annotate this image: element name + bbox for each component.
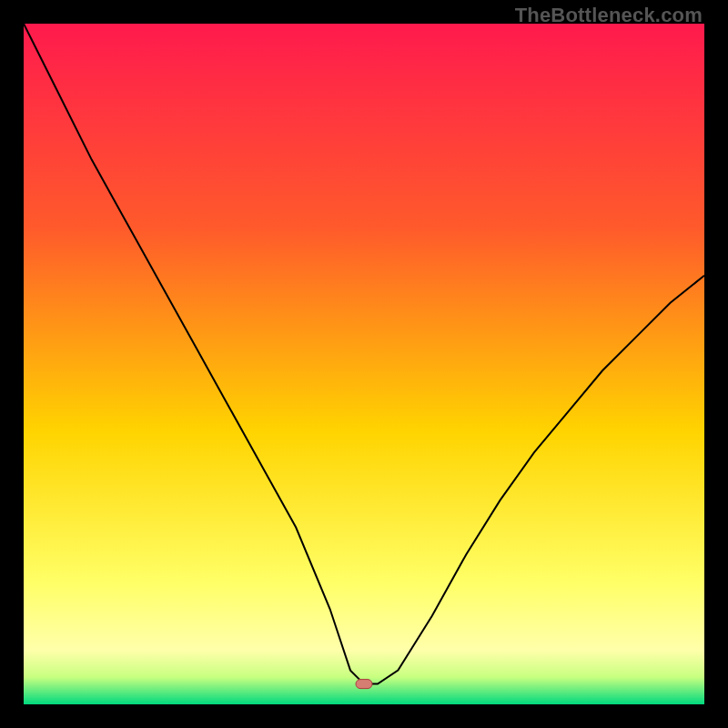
gradient-background: [24, 24, 704, 704]
plot-area: [24, 24, 704, 704]
chart-frame: TheBottleneck.com: [0, 0, 728, 728]
bottleneck-chart: [24, 24, 704, 704]
watermark-text: TheBottleneck.com: [515, 4, 703, 27]
optimal-point-marker: [356, 680, 372, 689]
